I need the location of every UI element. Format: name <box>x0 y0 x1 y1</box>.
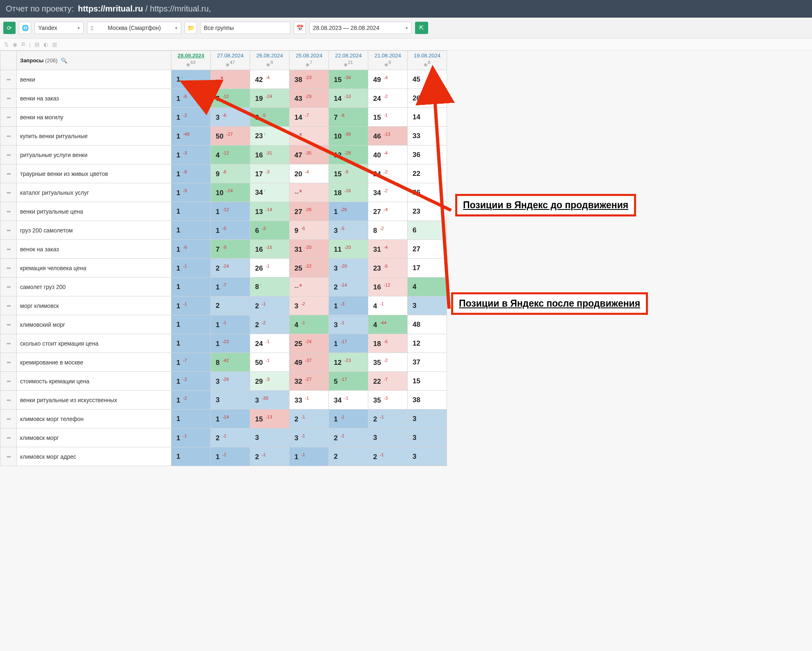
query-cell[interactable]: венки ритуальные цена <box>17 202 171 221</box>
drag-handle[interactable]: ━ <box>0 146 17 164</box>
calendar-button[interactable]: 📅 <box>294 22 306 34</box>
drag-handle[interactable]: ━ <box>0 70 17 89</box>
moon-icon[interactable]: ◐ <box>43 41 48 48</box>
link-icon[interactable]: ⧉ <box>21 41 25 48</box>
query-cell[interactable]: каталог ритуальных услуг <box>17 183 171 202</box>
queries-header[interactable]: Запросы (206) 🔍 <box>17 51 171 70</box>
query-cell[interactable]: морг климовск <box>17 296 171 315</box>
position-cell: 13 -14 <box>250 202 290 221</box>
table-row: ━венки ритуальные из искусственных1 -233… <box>0 391 447 410</box>
drag-handle[interactable]: ━ <box>0 391 17 410</box>
date-col-6[interactable]: 19.08.2024◉8 <box>408 51 447 70</box>
query-cell[interactable]: ритуальные услуги венки <box>17 146 171 164</box>
query-cell[interactable]: самолет груз 200 <box>17 278 171 296</box>
position-cell: 2 -2 <box>250 315 290 334</box>
drag-handle[interactable]: ━ <box>0 127 17 146</box>
date-col-2[interactable]: 26.08.2024◉8 <box>250 51 290 70</box>
query-cell[interactable]: стоимость кремации цена <box>17 372 171 391</box>
group-select[interactable]: Все группы <box>200 22 290 34</box>
date-col-3[interactable]: 25.08.2024◉7 <box>290 51 329 70</box>
position-cell: 7 -12 <box>211 89 250 108</box>
date-col-5[interactable]: 21.08.2024◉8 <box>368 51 408 70</box>
tag-icon[interactable]: ◉ <box>13 41 17 48</box>
position-cell: 3 <box>368 428 408 447</box>
position-cell: 1 <box>171 315 211 334</box>
drag-handle[interactable]: ━ <box>0 240 17 259</box>
position-cell: 37 <box>408 353 447 372</box>
save-icon[interactable]: ▤ <box>34 41 39 48</box>
query-cell[interactable]: груз 200 самолетом <box>17 221 171 240</box>
query-cell[interactable]: климовск морг адрес <box>17 447 171 466</box>
folder-button[interactable]: 📁 <box>185 22 197 34</box>
query-cell[interactable]: венки ритуальные из искусственных <box>17 391 171 410</box>
query-cell[interactable]: климовск морг <box>17 428 171 447</box>
query-cell[interactable]: кремация человека цена <box>17 259 171 278</box>
position-cell: 1 -2 <box>171 372 211 391</box>
position-cell: 33 <box>408 127 447 146</box>
table-row: ━венки1--x42 -438 -2315 -3449 -445 <box>0 70 447 89</box>
drag-handle[interactable]: ━ <box>0 428 17 447</box>
drag-handle[interactable]: ━ <box>0 164 17 183</box>
date-col-4[interactable]: 22.08.2024◉21 <box>329 51 368 70</box>
sort-icon[interactable]: ⇅ <box>4 41 9 48</box>
drag-handle[interactable]: ━ <box>0 296 17 315</box>
position-cell: 15 -9 <box>329 164 368 183</box>
queries-count: (206) <box>45 57 57 64</box>
position-cell: 43 -29 <box>290 89 329 108</box>
date-col-0[interactable]: 28.08.2024◉63 <box>171 51 211 70</box>
drag-handle[interactable]: ━ <box>0 221 17 240</box>
toolbar: ⟳ 🌐 Yandex ▾ ▯ Москва (Смартфон) ▾ 📁 Все… <box>0 18 812 39</box>
query-cell[interactable]: климовск морг телефон <box>17 410 171 428</box>
drag-handle[interactable]: ━ <box>0 447 17 466</box>
chart-icon[interactable]: ▥ <box>52 41 57 48</box>
position-cell: 1 <box>171 278 211 296</box>
globe-button[interactable]: 🌐 <box>19 22 31 34</box>
query-cell[interactable]: климовский морг <box>17 315 171 334</box>
position-cell: 36 <box>408 146 447 164</box>
query-cell[interactable]: венки <box>17 70 171 89</box>
drag-handle[interactable]: ━ <box>0 89 17 108</box>
export-button[interactable]: ⇱ <box>415 22 428 34</box>
query-cell[interactable]: кремирование в москве <box>17 353 171 372</box>
drag-handle[interactable]: ━ <box>0 278 17 296</box>
queries-label: Запросы <box>20 57 43 64</box>
refresh-button[interactable]: ⟳ <box>3 22 16 34</box>
position-cell: 8 -2 <box>368 221 408 240</box>
drag-handle[interactable]: ━ <box>0 183 17 202</box>
position-cell: 34 -1 <box>329 391 368 410</box>
chevron-down-icon: ▾ <box>175 25 178 31</box>
query-cell[interactable]: венок на заказ <box>17 240 171 259</box>
position-cell: 24 -2 <box>368 89 408 108</box>
chevron-down-icon: ▾ <box>406 25 408 31</box>
position-cell: 1 -23 <box>211 334 250 353</box>
position-cell: 8 -42 <box>211 353 250 372</box>
position-cell: 1 -1 <box>171 296 211 315</box>
position-cell: --x <box>290 183 329 202</box>
position-cell: 1 -1 <box>171 428 211 447</box>
drag-handle[interactable]: ━ <box>0 259 17 278</box>
drag-handle[interactable]: ━ <box>0 202 17 221</box>
position-cell: 25 -22 <box>290 259 329 278</box>
header-project-url[interactable]: https://mritual.ru <box>78 4 143 13</box>
drag-handle[interactable]: ━ <box>0 334 17 353</box>
query-cell[interactable]: купить венки ритуальные <box>17 127 171 146</box>
drag-handle[interactable]: ━ <box>0 315 17 334</box>
date-col-1[interactable]: 27.08.2024◉47 <box>211 51 250 70</box>
query-cell[interactable]: траурные венки из живых цветов <box>17 164 171 183</box>
drag-handle[interactable]: ━ <box>0 108 17 127</box>
region-select[interactable]: ▯ Москва (Смартфон) ▾ <box>87 22 181 34</box>
daterange-select[interactable]: 28.08.2023 — 28.08.2024 ▾ <box>309 22 412 34</box>
search-icon[interactable]: 🔍 <box>61 57 67 64</box>
drag-handle[interactable]: ━ <box>0 410 17 428</box>
query-cell[interactable]: венки на заказ <box>17 89 171 108</box>
position-cell: 3 -1 <box>329 315 368 334</box>
position-cell: 1 -1 <box>171 259 211 278</box>
query-cell[interactable]: венки на могилу <box>17 108 171 127</box>
drag-handle[interactable]: ━ <box>0 372 17 391</box>
position-cell: 34 -2 <box>368 183 408 202</box>
query-cell[interactable]: сколько стоит кремация цена <box>17 334 171 353</box>
position-cell: 32 -27 <box>290 372 329 391</box>
position-cell: 1 -6 <box>171 89 211 108</box>
searchengine-select[interactable]: Yandex ▾ <box>34 22 84 34</box>
drag-handle[interactable]: ━ <box>0 353 17 372</box>
